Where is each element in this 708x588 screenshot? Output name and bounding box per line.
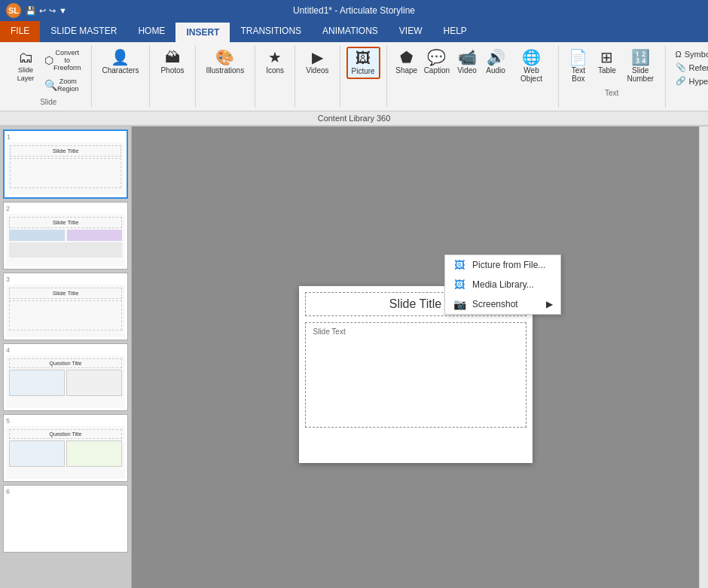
web-object-icon: 🌐 (522, 50, 541, 65)
slide-thumb-num-6: 6 (6, 488, 125, 495)
slide-thumb-content-4: Question Title (6, 355, 125, 408)
characters-icon: 👤 (111, 50, 130, 65)
shape-button[interactable]: ⬟ Shape (393, 47, 420, 78)
ribbon-group-icons: ★ Icons (255, 45, 295, 108)
hyperlink-button[interactable]: 🔗 Hyperlink (672, 75, 708, 87)
icons-label: Icons (266, 66, 284, 75)
canvas-area: Slide Title Slide Text 🖼 Picture from Fi… (132, 126, 699, 588)
slide-thumb-num-4: 4 (6, 346, 125, 354)
audio-label: Audio (486, 66, 505, 75)
slide-thumb-content-5: Question Title (6, 426, 125, 479)
text-box-button[interactable]: 📄 Text Box (565, 47, 592, 86)
slide-thumb-6[interactable]: 6 (3, 485, 128, 553)
zoom-label: ZoomRegion (57, 78, 79, 93)
title-bar: SL 💾 ↩ ↪ ▼ Untitled1* - Articulate Story… (0, 0, 708, 21)
slide-thumb-5[interactable]: 5 Question Title (3, 414, 128, 482)
ribbon-group-picture: 🖼 Picture (340, 45, 387, 108)
slide-thumb-num-1: 1 (7, 133, 124, 141)
icons-icon: ★ (268, 50, 282, 65)
ribbon: FILE SLIDE MASTER HOME INSERT TRANSITION… (0, 21, 708, 126)
ribbon-group-characters: 👤 Characters (92, 45, 151, 108)
tab-animations[interactable]: ANIMATIONS (312, 21, 389, 42)
picture-button[interactable]: 🖼 Picture (346, 47, 380, 79)
illustrations-button[interactable]: 🎨 Illustrations (202, 47, 249, 78)
web-object-button[interactable]: 🌐 Web Object (511, 47, 552, 86)
undo-icon[interactable]: ↩ (39, 6, 46, 16)
slide-thumb-content-2: Slide Title (6, 214, 125, 267)
save-icon[interactable]: 💾 (26, 6, 36, 16)
app-icon: SL (6, 3, 21, 18)
picture-from-file-item[interactable]: 🖼 Picture from File... (445, 255, 560, 275)
convert-label: Convert toFreeform (53, 49, 81, 72)
picture-icon: 🖼 (356, 50, 371, 66)
convert-icon: ⬡ (44, 54, 53, 66)
screenshot-arrow: ▶ (546, 299, 553, 309)
tab-slide-master[interactable]: SLIDE MASTER (40, 21, 127, 42)
slide-thumb-1[interactable]: 1 Slide Title (3, 129, 128, 199)
characters-button[interactable]: 👤 Characters (98, 47, 144, 78)
media-library-item[interactable]: 🖼 Media Library... (445, 275, 560, 294)
ribbon-group-symbols: Ω Symbol 📎 Reference 🔗 Hyperlink (666, 45, 708, 108)
videos-button[interactable]: ▶ Videos (301, 47, 333, 78)
main-layout: 1 Slide Title 2 Slide Title 3 (0, 126, 708, 588)
tab-help[interactable]: HELP (433, 21, 478, 42)
content-library-label: Content Library 360 (318, 114, 391, 123)
tab-view[interactable]: VIEW (389, 21, 433, 42)
slide-thumb-content-1: Slide Title (7, 142, 124, 195)
illustrations-icon: 🎨 (215, 50, 234, 65)
reference-label: Reference (689, 63, 708, 72)
slide-text-content: Slide Text (313, 328, 346, 336)
photos-icon: 🏔 (165, 50, 180, 65)
zoom-region-button[interactable]: 🔍 ZoomRegion (41, 75, 85, 95)
photos-button[interactable]: 🏔 Photos (156, 47, 188, 78)
slide-number-icon: 🔢 (631, 50, 650, 65)
tab-transitions[interactable]: TRANSITIONS (230, 21, 312, 42)
slide-thumb-2[interactable]: 2 Slide Title (3, 202, 128, 270)
ribbon-group-slide: 🗂 SlideLayer ⬡ Convert toFreeform 🔍 Zoom… (6, 45, 92, 108)
text-box-label: Text Box (569, 66, 587, 83)
audio-icon: 🔊 (487, 50, 505, 65)
text-group-label: Text (565, 89, 659, 97)
slide-thumb-num-2: 2 (6, 205, 125, 212)
photos-label: Photos (160, 66, 184, 75)
redo-icon[interactable]: ↪ (49, 6, 56, 16)
ribbon-group-media: ⬟ Shape 💬 Caption 📹 Video 🔊 Audio 🌐 (387, 45, 559, 108)
tab-insert[interactable]: INSERT (175, 21, 230, 42)
slide-layer-button[interactable]: 🗂 SlideLayer (12, 47, 39, 86)
hyperlink-label: Hyperlink (689, 77, 708, 86)
video-button[interactable]: 📹 Video (453, 47, 481, 78)
slide-panel: 1 Slide Title 2 Slide Title 3 (0, 126, 132, 588)
slide-thumb-3[interactable]: 3 Slide Title (3, 273, 128, 340)
thumb-title-1: Slide Title (10, 145, 121, 157)
reference-button[interactable]: 📎 Reference (672, 61, 708, 74)
thumb-title-3: Slide Title (9, 288, 122, 299)
convert-freeform-button[interactable]: ⬡ Convert toFreeform (41, 47, 85, 74)
quick-access: 💾 ↩ ↪ ▼ (26, 6, 67, 16)
tab-home[interactable]: HOME (127, 21, 175, 42)
tab-file[interactable]: FILE (0, 21, 40, 42)
ribbon-tabs: FILE SLIDE MASTER HOME INSERT TRANSITION… (0, 21, 708, 42)
slide-number-button[interactable]: 🔢 Slide Number (622, 47, 659, 86)
screenshot-item[interactable]: 📷 Screenshot ▶ (445, 294, 560, 314)
dropdown-arrow[interactable]: ▼ (59, 6, 67, 15)
hyperlink-icon: 🔗 (676, 76, 686, 86)
screenshot-label: Screenshot (472, 299, 518, 309)
screenshot-icon: 📷 (453, 298, 466, 310)
content-library-bar: Content Library 360 (0, 111, 708, 126)
shape-label: Shape (395, 66, 417, 75)
vertical-scrollbar[interactable] (699, 126, 708, 588)
slide-thumb-4[interactable]: 4 Question Title (3, 343, 128, 411)
media-library-icon: 🖼 (453, 279, 466, 291)
table-button[interactable]: ⊞ Table (594, 47, 621, 78)
caption-button[interactable]: 💬 Caption (422, 47, 452, 78)
video-label: Video (457, 66, 476, 75)
icons-button[interactable]: ★ Icons (261, 47, 288, 78)
text-box-icon: 📄 (569, 50, 587, 65)
characters-label: Characters (102, 66, 139, 75)
thumb-title-2: Slide Title (9, 217, 122, 228)
title-bar-left: SL 💾 ↩ ↪ ▼ (6, 3, 67, 18)
symbol-button[interactable]: Ω Symbol (672, 48, 708, 60)
audio-button[interactable]: 🔊 Audio (482, 47, 509, 78)
picture-label: Picture (352, 67, 375, 75)
ribbon-group-photos: 🏔 Photos (150, 45, 195, 108)
